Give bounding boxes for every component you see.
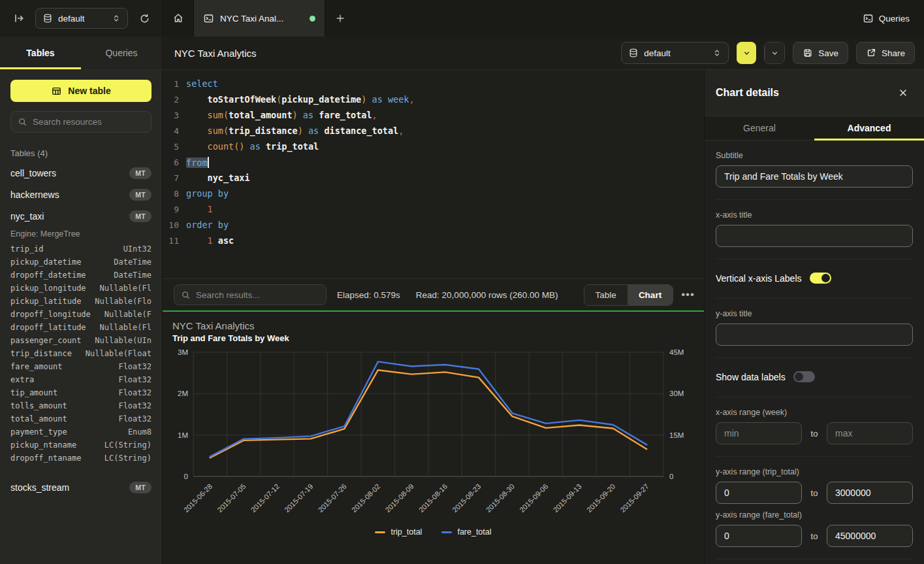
x-range-min-input[interactable]	[716, 422, 802, 444]
editor-line[interactable]: 5count() as trip_total	[163, 139, 704, 154]
legend-item-trip_total[interactable]: trip_total	[375, 527, 422, 537]
table-engine-detail: Engine: MergeTree	[10, 227, 151, 241]
y-range-fare-max-input[interactable]	[827, 525, 913, 547]
vertical-labels-toggle[interactable]	[810, 273, 831, 284]
save-button[interactable]: Save	[793, 42, 848, 64]
editor-line[interactable]: 1select	[163, 76, 704, 91]
x-axis-tick-label: 2015-07-05	[215, 482, 247, 514]
y-range-trip-min-input[interactable]	[716, 482, 802, 504]
sql-ai-options-button[interactable]	[765, 42, 784, 63]
queries-link[interactable]: Queries	[863, 13, 910, 24]
editor-line-code: 1	[186, 204, 213, 214]
column-name: passenger_count	[10, 336, 81, 345]
editor-line[interactable]: 4sum(trip_distance) as distance_total,	[163, 123, 704, 139]
share-button[interactable]: Share	[856, 42, 915, 64]
x-range-max-input[interactable]	[827, 422, 913, 444]
y-range-trip-max-input[interactable]	[827, 482, 913, 504]
database-selector-value: default	[58, 14, 106, 24]
column-type: Float32	[118, 362, 151, 371]
database-icon	[42, 13, 53, 24]
chevron-down-icon	[771, 49, 779, 58]
editor-tab-nyc-taxi[interactable]: NYC Taxi Anal...	[193, 0, 325, 37]
column-type: Nullable(UIn	[95, 336, 151, 345]
editor-line-number: 11	[163, 236, 179, 246]
y-range-trip-to-label: to	[802, 488, 827, 498]
y-range-trip-label: y-axis range (trip_total)	[716, 467, 913, 476]
editor-line[interactable]: 6from	[163, 154, 704, 170]
chevron-down-icon	[742, 49, 751, 58]
query-database-selector[interactable]: default	[621, 42, 729, 64]
x-axis-tick-label: 2015-06-28	[182, 482, 214, 514]
view-toggle-chart[interactable]: Chart	[628, 285, 673, 305]
panel-tab-advanced[interactable]: Advanced	[814, 116, 924, 140]
new-tab-button[interactable]	[325, 0, 355, 37]
x-axis-tick-label: 2015-09-20	[585, 482, 616, 514]
editor-line[interactable]: 2toStartOfWeek(pickup_datetime) as week,	[163, 91, 704, 107]
run-options-button[interactable]	[737, 42, 756, 64]
results-search-input[interactable]	[196, 290, 319, 300]
table-item-cell_towers[interactable]: cell_towersMT	[10, 162, 151, 184]
y-axis-title-input[interactable]	[716, 323, 913, 346]
select-chevrons-icon	[112, 14, 121, 23]
column-name: dropoff_datetime	[10, 271, 86, 280]
editor-line[interactable]: 3sum(total_amount) as fare_total,	[163, 107, 704, 123]
column-type: UInt32	[123, 244, 151, 254]
panel-title: Chart details	[716, 87, 898, 99]
x-range-to-label: to	[802, 429, 827, 439]
table-engine-badge: MT	[129, 210, 151, 222]
sidebar-tab-tables[interactable]: Tables	[0, 37, 81, 69]
editor-line-code: 1 asc	[186, 235, 234, 246]
save-icon	[803, 48, 813, 58]
editor-line-number: 6	[163, 158, 179, 167]
sidebar-collapse-button[interactable]	[9, 8, 29, 28]
subtitle-input[interactable]	[716, 165, 913, 188]
editor-line[interactable]: 7nyc_taxi	[163, 170, 704, 186]
sql-token: ,	[372, 110, 377, 120]
left-axis-tick-label: 2M	[178, 390, 188, 397]
sql-editor[interactable]: 1select2toStartOfWeek(pickup_datetime) a…	[163, 70, 704, 278]
sql-token: (	[223, 110, 229, 120]
tab-unsaved-dot	[310, 16, 315, 22]
editor-line-code: sum(total_amount) as fare_total,	[186, 110, 377, 120]
table-item-nyc_taxi[interactable]: nyc_taxiMT	[10, 205, 151, 227]
query-header: NYC Taxi Analytics default Run SQL AI	[163, 37, 924, 70]
sidebar-search-input[interactable]	[33, 117, 148, 127]
database-selector[interactable]: default	[35, 8, 128, 29]
y-range-fare-to-label: to	[802, 531, 827, 541]
view-toggle-table[interactable]: Table	[584, 285, 628, 305]
new-table-button[interactable]: New table	[10, 80, 151, 102]
x-axis-tick-label: 2015-07-19	[283, 482, 314, 514]
sql-token: group by	[186, 188, 229, 199]
refresh-button[interactable]	[135, 8, 154, 28]
x-axis-title-label: x-axis title	[716, 210, 913, 220]
table-name: stocks_stream	[10, 482, 69, 493]
editor-line[interactable]: 111 asc	[163, 233, 704, 248]
editor-line[interactable]: 91	[163, 201, 704, 217]
column-type: DateTime	[114, 271, 151, 280]
table-name: nyc_taxi	[10, 211, 44, 222]
column-type: Nullable(Float	[86, 349, 151, 358]
show-data-labels-toggle[interactable]	[793, 371, 815, 382]
sql-token: )	[298, 125, 303, 136]
sql-token: count	[208, 141, 234, 152]
x-axis-title-group: x-axis title	[716, 200, 913, 259]
editor-line[interactable]: 10order by	[163, 217, 704, 233]
table-item-hackernews[interactable]: hackernewsMT	[10, 184, 151, 205]
queries-link-label: Queries	[879, 14, 910, 24]
column-name: pickup_longitude	[10, 284, 86, 293]
toggle-knob	[821, 274, 830, 282]
y-range-fare-min-input[interactable]	[716, 525, 802, 547]
home-button[interactable]	[163, 0, 193, 37]
search-icon	[181, 290, 191, 300]
editor-line[interactable]: 8group by	[163, 186, 704, 201]
close-icon[interactable]	[898, 88, 908, 98]
legend-item-fare_total[interactable]: fare_total	[441, 527, 491, 537]
x-axis-title-input[interactable]	[716, 225, 913, 247]
editor-line-code: group by	[186, 188, 229, 199]
panel-tab-general[interactable]: General	[705, 116, 814, 140]
more-options-button[interactable]: •••	[681, 288, 695, 301]
table-item-stocks_stream[interactable]: stocks_streamMT	[10, 476, 151, 498]
table-column-row: pickup_longitudeNullable(Fl	[10, 282, 151, 295]
sidebar-tab-queries[interactable]: Queries	[81, 37, 162, 69]
view-toggle-table-label: Table	[596, 290, 616, 300]
